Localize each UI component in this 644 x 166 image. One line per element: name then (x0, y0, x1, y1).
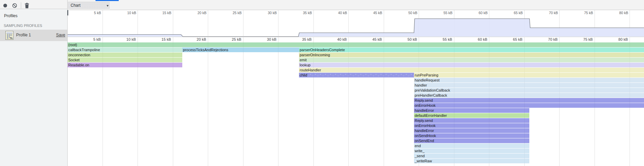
svg-text:%: % (10, 36, 13, 40)
